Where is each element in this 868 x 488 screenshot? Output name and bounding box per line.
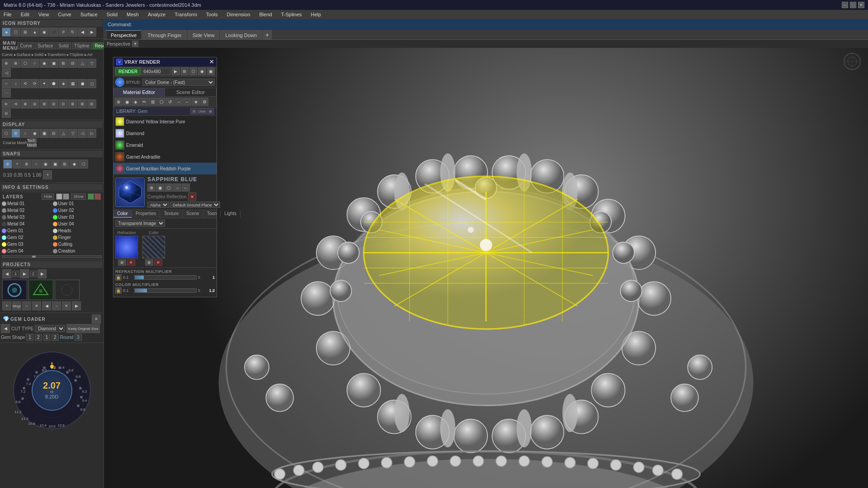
vray-btn-5[interactable]: ▣ (207, 67, 215, 75)
layer-gem02[interactable]: Gem 02 (1, 234, 52, 241)
layer-scroll-thumb[interactable] (32, 256, 36, 258)
menu-surface[interactable]: Surface (79, 12, 99, 17)
render-button[interactable]: RENDER (115, 67, 141, 75)
gem-icon-4[interactable]: → (173, 183, 181, 192)
color-btn-1[interactable]: ⊕ (145, 259, 153, 266)
lib-btn-1[interactable]: ⊟ (190, 108, 198, 114)
tool-btn-2[interactable]: ⬡ (11, 28, 20, 37)
gem-icon-1[interactable]: ⊕ (147, 183, 156, 192)
disp-tool-7[interactable]: △ (59, 129, 68, 138)
snap-3[interactable]: ⊗ (22, 160, 31, 169)
tab-lights[interactable]: Lights (221, 210, 241, 218)
tab-texture[interactable]: Texture (160, 210, 183, 218)
main-tool-25[interactable]: ⊕ (21, 99, 30, 108)
disp-tool-2[interactable]: ⊞ (11, 129, 20, 138)
tool-btn-4[interactable]: ▲ (30, 28, 39, 37)
proj-tool-7[interactable]: ✕ (62, 301, 71, 310)
menu-transform[interactable]: Transform (173, 12, 199, 17)
proj-nav-fwd[interactable]: ▶ (20, 269, 29, 278)
tool-btn-nav-fwd[interactable]: ▶ (87, 28, 96, 37)
gem-icon-5[interactable]: ← (182, 183, 190, 192)
snap-9[interactable]: ⬡ (79, 160, 88, 169)
layer-gem04[interactable]: Gem 04 (1, 248, 52, 254)
mat-tool-7[interactable]: ↺ (166, 98, 174, 106)
snap-5[interactable]: ◉ (41, 160, 50, 169)
main-tool-29[interactable]: ⊙ (59, 99, 68, 108)
layer-finger[interactable]: Finger (52, 234, 103, 241)
main-tool-7[interactable]: ⊞ (59, 59, 68, 68)
mat-tool-4[interactable]: ✏ (140, 98, 148, 106)
main-tool-21[interactable]: ◻ (87, 79, 96, 88)
disp-tool-5[interactable]: ▣ (40, 129, 49, 138)
disp-tool-4[interactable]: ◉ (30, 129, 39, 138)
main-tool-16[interactable]: ✦ (40, 79, 49, 88)
disp-tool-11[interactable]: Tech Mesh (28, 138, 37, 147)
disp-tool-8[interactable]: ▽ (68, 129, 77, 138)
main-tool-13[interactable]: ↕ (11, 79, 20, 88)
menu-tsplines[interactable]: T-Splines (279, 12, 304, 17)
mat-item-diamond[interactable]: Diamond (113, 127, 217, 139)
main-tool-3[interactable]: ⬡ (21, 59, 30, 68)
tab-through-finger[interactable]: Through Finger (142, 30, 186, 39)
main-tool-27[interactable]: ⊗ (40, 99, 49, 108)
tab-toon[interactable]: Toon (203, 210, 221, 218)
proj-tool-1[interactable]: + (2, 301, 11, 310)
main-tool-10[interactable]: ▽ (87, 59, 96, 68)
mat-tool-2[interactable]: ◉ (123, 98, 131, 106)
project-thumb-3[interactable] (55, 280, 80, 300)
proj-tool-3[interactable]: − (22, 301, 31, 310)
tool-btn-3[interactable]: ⊞ (21, 28, 30, 37)
project-thumb-1[interactable] (2, 280, 27, 300)
close-button[interactable]: ✕ (858, 2, 864, 8)
layer-col1[interactable] (56, 193, 62, 200)
layer-user03[interactable]: User 03 (52, 214, 103, 221)
vray-btn-1[interactable]: ▶ (172, 67, 179, 75)
mat-tool-1[interactable]: ⊕ (114, 98, 123, 106)
color-clear-btn[interactable]: ✕ (154, 259, 162, 266)
layer-gem01[interactable]: Gem 01 (1, 227, 52, 234)
viewport-settings-btn[interactable]: ▼ (132, 41, 138, 47)
disp-tool-6[interactable]: ⊟ (49, 129, 58, 138)
ground-plane-select[interactable]: Default Ground Plane (170, 202, 220, 208)
layer-col2[interactable] (63, 193, 69, 200)
menu-dimension[interactable]: Dimension (225, 12, 252, 17)
window-controls[interactable]: ─ □ ✕ (842, 2, 864, 8)
proj-tool-8[interactable]: ▶ (72, 301, 81, 310)
disp-tool-3[interactable]: ○ (21, 129, 30, 138)
mat-tool-5[interactable]: ⊞ (149, 98, 157, 106)
mat-item-garnet-andradite[interactable]: Garnet Andradite (113, 151, 217, 163)
vray-btn-2[interactable]: ⊞ (181, 67, 189, 75)
proj-add[interactable]: ▶ (38, 269, 47, 278)
layer-gem03[interactable]: Gem 03 (1, 241, 52, 248)
complex-reflection-btn[interactable]: ✕ (188, 192, 196, 201)
main-tool-2[interactable]: ⊗ (11, 59, 20, 68)
snap-add[interactable]: + (43, 170, 52, 179)
layer-user04[interactable]: User 04 (52, 221, 103, 227)
color-swatch[interactable] (142, 236, 165, 258)
main-tool-20[interactable]: ◼ (78, 79, 87, 88)
project-thumb-2[interactable] (28, 280, 53, 300)
menu-curve[interactable]: Curve (56, 12, 73, 17)
main-tool-18[interactable]: ◈ (59, 79, 68, 88)
mat-tool-3[interactable]: ◈ (132, 98, 140, 106)
layer-user02[interactable]: User 02 (52, 207, 103, 214)
mat-item-garnet-purple[interactable]: Garnet Brazilian Reddish Purple (113, 163, 217, 174)
show-btn[interactable]: Show (71, 193, 86, 200)
refraction-clear-btn[interactable]: ✕ (127, 259, 135, 266)
mat-tool-6[interactable]: ⬡ (157, 98, 165, 106)
disp-tool-1[interactable]: ⬡ (2, 129, 11, 138)
minimize-button[interactable]: ─ (842, 2, 848, 8)
menu-edit[interactable]: Edit (19, 12, 31, 17)
layer-cutting[interactable]: Cutting (52, 241, 103, 248)
carat-dial[interactable]: 7.8 8.0 8.2 7.4 7.2 6.8 8.4 8.6 (11, 350, 93, 431)
layer-metal03[interactable]: Metal 03 (1, 214, 52, 221)
snap-1[interactable]: ⊕ (3, 160, 12, 169)
snap-2[interactable]: + (13, 160, 22, 169)
color-mult-slider[interactable] (134, 288, 197, 293)
keep-size-btn[interactable]: Keep Original Size (66, 324, 100, 333)
menu-mesh[interactable]: Mesh (125, 12, 141, 17)
tool-btn-7[interactable]: ↺ (59, 28, 68, 37)
main-tool-15[interactable]: ⟳ (30, 79, 39, 88)
disp-tool-10[interactable]: ▷ (87, 129, 96, 138)
transparent-select[interactable]: Transparent Image (115, 220, 165, 227)
